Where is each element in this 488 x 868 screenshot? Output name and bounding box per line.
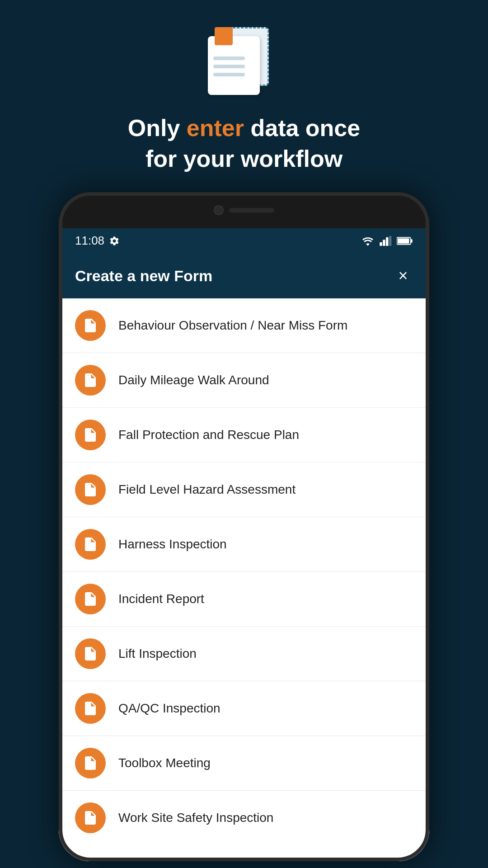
app-illustration (208, 27, 280, 99)
add-form-icon (75, 310, 106, 341)
add-form-icon (75, 584, 106, 614)
plus-doc-icon (82, 427, 99, 443)
plus-doc-icon (82, 591, 99, 607)
headline-text2: data once (244, 115, 360, 141)
form-item-label: Harness Inspection (118, 537, 227, 552)
svg-rect-2 (386, 237, 389, 245)
form-item-label: Work Site Safety Inspection (118, 811, 273, 825)
modal-title: Create a new Form (75, 267, 212, 285)
plus-doc-icon (82, 372, 99, 388)
doc-line (213, 65, 245, 68)
svg-rect-0 (380, 242, 382, 245)
form-item-label: Field Level Hazard Assessment (118, 482, 296, 497)
form-list-item[interactable]: Incident Report (59, 572, 429, 627)
form-list-item[interactable]: QA/QC Inspection (59, 681, 429, 736)
orange-badge (215, 27, 233, 45)
form-item-label: Toolbox Meeting (118, 756, 211, 770)
close-button[interactable]: × (393, 266, 413, 286)
wifi-icon (361, 236, 375, 246)
headline-accent: enter (187, 115, 244, 141)
form-list-item[interactable]: Fall Protection and Rescue Plan (59, 408, 429, 462)
form-list-item[interactable]: Lift Inspection (59, 627, 429, 681)
speaker (229, 208, 274, 212)
add-form-icon (75, 529, 106, 560)
add-form-icon (75, 365, 106, 396)
plus-doc-icon (82, 755, 99, 771)
add-form-icon (75, 802, 106, 833)
close-icon: × (398, 268, 408, 284)
add-form-icon (75, 748, 106, 778)
add-form-icon (75, 474, 106, 505)
modal-header: Create a new Form × (59, 253, 429, 298)
add-form-icon (75, 638, 106, 669)
status-bar: 11:08 (59, 228, 429, 253)
headline: Only enter data once for your workflow (128, 113, 360, 174)
doc-line (213, 73, 245, 76)
form-list-item[interactable]: Behaviour Observation / Near Miss Form (59, 298, 429, 353)
status-right-icons (361, 236, 413, 246)
top-section: Only enter data once for your workflow (0, 0, 488, 192)
plus-doc-icon (82, 317, 99, 334)
doc-line (213, 57, 245, 60)
app-content: Create a new Form × Behaviour Observatio… (59, 253, 429, 861)
add-form-icon (75, 420, 106, 450)
form-item-label: Fall Protection and Rescue Plan (118, 428, 299, 442)
signal-icon (380, 236, 392, 246)
form-list-item[interactable]: Toolbox Meeting (59, 736, 429, 791)
plus-doc-icon (82, 810, 99, 826)
svg-rect-1 (383, 240, 385, 246)
form-list-item[interactable]: Harness Inspection (59, 517, 429, 572)
status-time-area: 11:08 (75, 234, 120, 248)
battery-icon (397, 236, 413, 246)
form-item-label: Incident Report (118, 592, 204, 606)
form-item-label: Lift Inspection (118, 646, 197, 661)
plus-doc-icon (82, 481, 99, 498)
status-time: 11:08 (75, 234, 104, 248)
plus-doc-icon (82, 536, 99, 552)
form-list: Behaviour Observation / Near Miss Form D… (59, 298, 429, 861)
phone-top-bar (59, 192, 429, 228)
form-item-label: Daily Mileage Walk Around (118, 373, 269, 387)
settings-icon (109, 236, 120, 246)
doc-lines (213, 57, 245, 76)
form-list-item[interactable]: Field Level Hazard Assessment (59, 462, 429, 517)
form-item-label: QA/QC Inspection (118, 701, 221, 716)
add-form-icon (75, 693, 106, 724)
camera (214, 205, 224, 215)
headline-line2: for your workflow (145, 146, 343, 172)
form-item-label: Behaviour Observation / Near Miss Form (118, 318, 347, 333)
form-list-item[interactable]: Work Site Safety Inspection (59, 791, 429, 845)
headline-text1: Only (128, 115, 187, 141)
form-list-item[interactable]: Daily Mileage Walk Around (59, 353, 429, 408)
plus-doc-icon (82, 700, 99, 717)
svg-rect-6 (398, 238, 409, 244)
plus-doc-icon (82, 646, 99, 662)
svg-rect-3 (389, 236, 392, 246)
phone-frame: 11:08 (59, 192, 429, 861)
svg-rect-5 (411, 239, 413, 243)
